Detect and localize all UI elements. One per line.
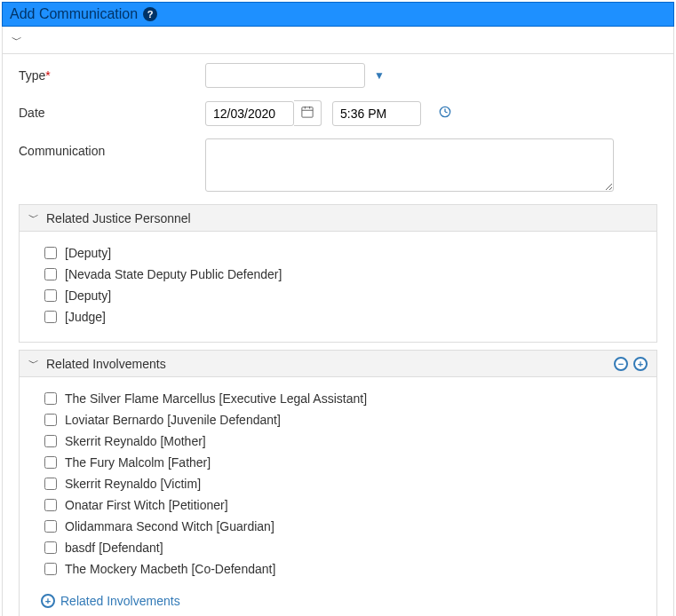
checkbox[interactable] — [44, 392, 57, 405]
list-item: basdf [Defendant] — [41, 539, 635, 557]
list-item: The Fury Malcolm [Father] — [41, 454, 635, 471]
list-item: Skerrit Reynaldo [Mother] — [41, 432, 635, 450]
checkbox[interactable] — [44, 268, 57, 280]
list-item-label: [Deputy] — [65, 246, 111, 260]
involvements-section-header[interactable]: ﹀ Related Involvements − + — [19, 350, 657, 377]
checkbox[interactable] — [44, 563, 57, 575]
caret-down-icon[interactable]: ▼ — [374, 69, 385, 82]
justice-section-title: Related Justice Personnel — [46, 211, 191, 225]
list-item: [Nevada State Deputy Public Defender] — [41, 265, 635, 283]
checkbox[interactable] — [44, 247, 57, 259]
communication-textarea[interactable] — [205, 138, 614, 192]
add-involvement-button[interactable]: + — [633, 357, 648, 371]
checkbox[interactable] — [44, 499, 57, 511]
plus-icon: + — [41, 594, 55, 608]
list-item-label: [Deputy] — [65, 288, 111, 303]
list-item-label: Skerrit Reynaldo [Mother] — [65, 434, 206, 448]
time-input[interactable] — [332, 101, 421, 126]
list-item-label: Loviatar Bernardo [Juvenile Defendant] — [65, 413, 281, 427]
title-bar: Add Communication ? — [2, 2, 674, 27]
list-item: The Silver Flame Marcellus [Executive Le… — [41, 390, 635, 407]
list-item-label: Olidammara Second Witch [Guardian] — [65, 519, 274, 533]
list-item: Onatar First Witch [Petitioner] — [41, 496, 635, 514]
list-item-label: [Nevada State Deputy Public Defender] — [65, 267, 282, 281]
list-item: Skerrit Reynaldo [Victim] — [41, 475, 635, 493]
checkbox[interactable] — [44, 456, 57, 469]
form-body: Type* ▼ Date Com — [3, 54, 673, 616]
type-label: Type* — [19, 63, 205, 83]
checkbox[interactable] — [44, 435, 57, 447]
page-title: Add Communication — [10, 6, 138, 22]
chevron-down-icon: ﹀ — [28, 356, 39, 371]
list-item-label: [Judge] — [65, 310, 106, 324]
date-input[interactable] — [205, 101, 294, 126]
checkbox[interactable] — [44, 478, 57, 490]
list-item: [Deputy] — [41, 287, 635, 304]
communication-row: Communication — [19, 138, 657, 192]
main-panel: ﹀ Type* ▼ Date — [2, 27, 674, 616]
list-item: [Judge] — [41, 308, 635, 326]
help-icon[interactable]: ? — [143, 7, 157, 21]
list-item-label: basdf [Defendant] — [65, 541, 163, 555]
calendar-button[interactable] — [294, 100, 322, 126]
checkbox[interactable] — [44, 289, 57, 302]
involvements-section-title: Related Involvements — [46, 357, 166, 371]
chevron-down-icon: ﹀ — [28, 210, 39, 225]
checkbox[interactable] — [44, 414, 57, 426]
required-marker: * — [45, 68, 50, 83]
list-item: Olidammara Second Witch [Guardian] — [41, 517, 635, 535]
panel-collapse-header[interactable]: ﹀ — [3, 27, 673, 54]
checkbox[interactable] — [44, 541, 57, 554]
chevron-down-icon: ﹀ — [12, 33, 22, 48]
clock-icon[interactable] — [439, 106, 451, 121]
date-label: Date — [19, 100, 205, 120]
type-row: Type* ▼ — [19, 63, 657, 88]
list-item-label: Onatar First Witch [Petitioner] — [65, 498, 228, 512]
justice-section-body: [Deputy][Nevada State Deputy Public Defe… — [19, 232, 657, 343]
list-item: The Mockery Macbeth [Co-Defendant] — [41, 560, 635, 578]
list-item: Loviatar Bernardo [Juvenile Defendant] — [41, 411, 635, 429]
involvements-section-body: The Silver Flame Marcellus [Executive Le… — [19, 377, 657, 616]
remove-involvement-button[interactable]: − — [614, 357, 628, 371]
list-item-label: The Silver Flame Marcellus [Executive Le… — [65, 391, 367, 406]
list-item: [Deputy] — [41, 244, 635, 262]
svg-line-6 — [445, 112, 448, 113]
date-row: Date — [19, 100, 657, 126]
type-label-text: Type — [19, 68, 45, 83]
svg-rect-0 — [302, 107, 313, 117]
checkbox[interactable] — [44, 520, 57, 533]
justice-section-header[interactable]: ﹀ Related Justice Personnel — [19, 204, 657, 232]
list-item-label: The Mockery Macbeth [Co-Defendant] — [65, 562, 275, 576]
add-related-involvements-label: Related Involvements — [60, 594, 180, 608]
list-item-label: The Fury Malcolm [Father] — [65, 455, 211, 470]
communication-label: Communication — [19, 138, 205, 158]
type-dropdown[interactable]: ▼ — [205, 63, 385, 88]
checkbox[interactable] — [44, 311, 57, 323]
calendar-icon — [301, 106, 314, 118]
add-related-involvements-link[interactable]: + Related Involvements — [41, 594, 180, 608]
type-input[interactable] — [205, 63, 365, 88]
list-item-label: Skerrit Reynaldo [Victim] — [65, 477, 201, 491]
